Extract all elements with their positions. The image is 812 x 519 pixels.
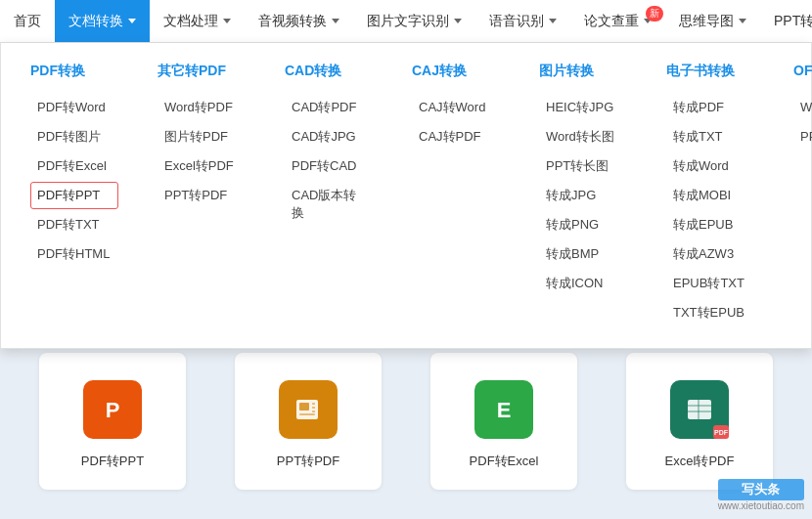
dropdown-header-pdf: PDF转换 [30, 63, 118, 84]
menu-txt2epub[interactable]: TXT转EPUB [666, 299, 754, 326]
navbar: 首页 文档转换 文档处理 音视频转换 图片文字识别 语音识别 论文查重 新 思维… [0, 0, 812, 43]
pdf-badge-excel2pdf: PDF [713, 425, 729, 439]
svg-text:E: E [497, 398, 512, 422]
menu-img2pdf[interactable]: 图片转PDF [158, 123, 246, 151]
watermark: 写头条 www.xietoutiao.com [718, 479, 804, 511]
nav-doc-process-label: 文档处理 [163, 13, 218, 30]
nav-doc-process-arrow [223, 19, 231, 23]
dropdown-col-office: OFFICE转换 Word转Excel PPT转视频 [793, 63, 812, 328]
tool-icon-excel2pdf: PDF [670, 380, 729, 439]
svg-rect-4 [299, 403, 309, 411]
menu-ppt2pdf[interactable]: PPT转PDF [158, 182, 246, 209]
nav-ocr-label: 图片文字识别 [367, 13, 449, 30]
tool-card-pdf2ppt[interactable]: P PDF转PPT [39, 353, 186, 490]
menu-pdf2txt[interactable]: PDF转TXT [30, 211, 118, 238]
tool-card-excel2pdf[interactable]: PDF Excel转PDF [626, 353, 773, 490]
menu-to-jpg[interactable]: 转成JPG [539, 182, 627, 209]
menu-heic2jpg[interactable]: HEIC转JPG [539, 94, 627, 121]
menu-to-pdf[interactable]: 转成PDF [666, 94, 754, 121]
watermark-url: www.xietoutiao.com [718, 500, 804, 511]
nav-paper[interactable]: 论文查重 新 [570, 0, 665, 42]
menu-pdf2excel[interactable]: PDF转Excel [30, 152, 118, 180]
menu-to-icon[interactable]: 转成ICON [539, 270, 627, 297]
tool-card-pdf2excel[interactable]: E PDF转Excel [430, 353, 577, 490]
tool-icon-pdf2excel: E [474, 380, 533, 439]
menu-word2longimg[interactable]: Word转长图 [539, 123, 627, 151]
menu-cad2pdf[interactable]: CAD转PDF [285, 94, 373, 121]
dropdown-header-img: 图片转换 [539, 63, 627, 84]
nav-ppt-label: PPT转 [774, 13, 812, 30]
menu-to-azw3[interactable]: 转成AZW3 [666, 240, 754, 268]
nav-mindmap[interactable]: 思维导图 [665, 0, 760, 42]
dropdown-header-ebook: 电子书转换 [666, 63, 754, 84]
excel-icon-svg: E [486, 392, 521, 427]
menu-to-mobi[interactable]: 转成MOBI [666, 182, 754, 209]
nav-speech-arrow [549, 19, 557, 23]
svg-rect-5 [299, 413, 315, 415]
dropdown-header-other2pdf: 其它转PDF [158, 63, 246, 84]
svg-rect-12 [688, 400, 711, 419]
menu-to-txt[interactable]: 转成TXT [666, 123, 754, 151]
menu-pdf2ppt[interactable]: PDF转PPT [30, 182, 118, 209]
nav-doc-convert[interactable]: 文档转换 [55, 0, 150, 42]
dropdown-header-cad: CAD转换 [285, 63, 373, 84]
tool-label-pdf2ppt: PDF转PPT [81, 453, 144, 470]
nav-av-convert-arrow [332, 19, 339, 23]
menu-cad-version[interactable]: CAD版本转换 [285, 182, 373, 227]
nav-speech-label: 语音识别 [489, 13, 544, 30]
menu-ppt2video[interactable]: PPT转视频 [793, 123, 812, 151]
nav-ocr-arrow [454, 19, 462, 23]
svg-rect-8 [312, 411, 315, 412]
menu-cad2jpg[interactable]: CAD转JPG [285, 123, 373, 151]
menu-pdf2word[interactable]: PDF转Word [30, 94, 118, 121]
main-tools: P PDF转PPT PPT转PDF E [0, 324, 812, 519]
nav-mindmap-arrow [739, 19, 746, 23]
tool-label-pdf2excel: PDF转Excel [470, 453, 539, 470]
tool-label-ppt2pdf: PPT转PDF [277, 453, 339, 470]
dropdown-col-caj: CAJ转换 CAJ转Word CAJ转PDF [412, 63, 519, 328]
nav-av-convert[interactable]: 音视频转换 [245, 0, 353, 42]
nav-doc-convert-arrow [128, 19, 136, 23]
menu-pdf2html[interactable]: PDF转HTML [30, 240, 118, 268]
menu-epub2txt[interactable]: EPUB转TXT [666, 270, 754, 297]
menu-caj2pdf[interactable]: CAJ转PDF [412, 123, 500, 151]
nav-mindmap-label: 思维导图 [679, 13, 734, 30]
excel2pdf-icon-svg [682, 392, 717, 427]
svg-rect-7 [312, 407, 315, 409]
dropdown-col-ebook: 电子书转换 转成PDF 转成TXT 转成Word 转成MOBI 转成EPUB 转… [666, 63, 774, 328]
menu-to-word[interactable]: 转成Word [666, 152, 754, 180]
menu-ppt2longimg[interactable]: PPT转长图 [539, 152, 627, 180]
svg-text:P: P [106, 398, 120, 422]
nav-ppt[interactable]: PPT转 [760, 0, 812, 42]
nav-doc-convert-label: 文档转换 [68, 13, 123, 30]
dropdown-col-pdf: PDF转换 PDF转Word PDF转图片 PDF转Excel PDF转PPT … [30, 63, 138, 328]
dropdown-col-cad: CAD转换 CAD转PDF CAD转JPG PDF转CAD CAD版本转换 [285, 63, 392, 328]
menu-to-png[interactable]: 转成PNG [539, 211, 627, 238]
tool-card-ppt2pdf[interactable]: PPT转PDF [235, 353, 382, 490]
nav-av-convert-label: 音视频转换 [258, 13, 327, 30]
menu-pdf2cad[interactable]: PDF转CAD [285, 152, 373, 180]
nav-home[interactable]: 首页 [0, 0, 55, 42]
nav-paper-badge: 新 [646, 6, 663, 22]
nav-doc-process[interactable]: 文档处理 [150, 0, 245, 42]
dropdown-col-img: 图片转换 HEIC转JPG Word转长图 PPT转长图 转成JPG 转成PNG… [539, 63, 647, 328]
dropdown-header-caj: CAJ转换 [412, 63, 500, 84]
menu-pdf2img[interactable]: PDF转图片 [30, 123, 118, 151]
tool-icon-pdf2ppt: P [83, 380, 142, 439]
nav-speech[interactable]: 语音识别 [475, 0, 570, 42]
menu-excel2pdf[interactable]: Excel转PDF [158, 152, 246, 180]
menu-to-bmp[interactable]: 转成BMP [539, 240, 627, 268]
menu-to-epub[interactable]: 转成EPUB [666, 211, 754, 238]
nav-ocr[interactable]: 图片文字识别 [353, 0, 475, 42]
dropdown-header-office: OFFICE转换 [793, 63, 812, 84]
watermark-logo: 写头条 [718, 479, 804, 500]
dropdown-menu: PDF转换 PDF转Word PDF转图片 PDF转Excel PDF转PPT … [0, 43, 812, 349]
tool-icon-ppt2pdf [279, 380, 338, 439]
dropdown-col-other2pdf: 其它转PDF Word转PDF 图片转PDF Excel转PDF PPT转PDF [158, 63, 265, 328]
menu-word2excel[interactable]: Word转Excel [793, 94, 812, 121]
nav-paper-label: 论文查重 [584, 13, 639, 30]
tool-label-excel2pdf: Excel转PDF [665, 453, 735, 470]
menu-caj2word[interactable]: CAJ转Word [412, 94, 500, 121]
nav-home-label: 首页 [14, 13, 41, 30]
menu-word2pdf[interactable]: Word转PDF [158, 94, 246, 121]
